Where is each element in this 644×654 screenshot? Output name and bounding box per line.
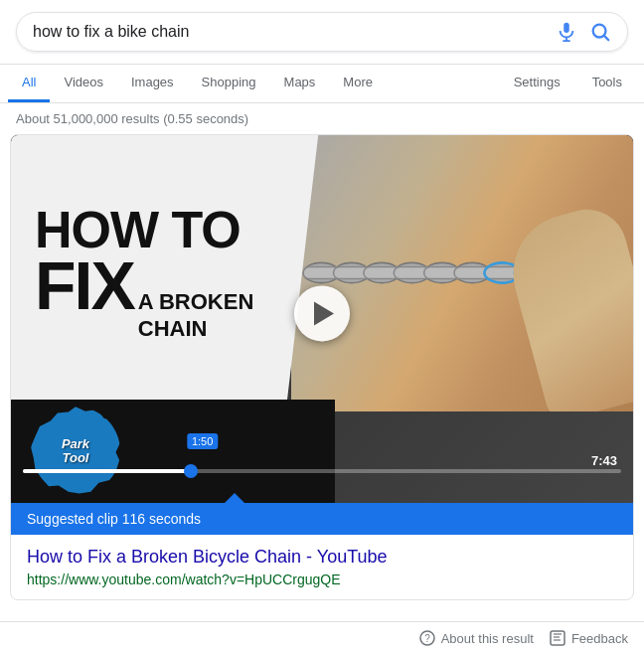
progress-fill — [23, 469, 191, 473]
nav-tabs: All Videos Images Shopping Maps More Set… — [0, 65, 644, 103]
video-text-panel: HOW TO FIX A BROKEN CHAIN — [11, 135, 335, 411]
video-fix-text: FIX — [35, 255, 134, 316]
search-icon[interactable] — [589, 21, 611, 43]
results-summary: About 51,000,000 results (0.55 seconds) — [0, 103, 644, 134]
nav-right: Settings Tools — [500, 65, 636, 102]
play-button[interactable] — [294, 285, 350, 341]
result-title[interactable]: How to Fix a Broken Bicycle Chain - YouT… — [27, 547, 617, 568]
clip-pointer — [223, 493, 246, 505]
search-input[interactable]: how to fix a bike chain — [33, 23, 556, 41]
search-icons — [556, 21, 611, 43]
video-background: HOW TO FIX A BROKEN CHAIN ParkTool — [11, 135, 633, 503]
video-broken-text: A BROKEN — [138, 289, 254, 315]
tab-all[interactable]: All — [8, 65, 50, 102]
search-bar: how to fix a bike chain — [16, 12, 628, 52]
svg-text:?: ? — [424, 633, 430, 644]
about-result-label: About this result — [441, 631, 534, 646]
hand-background — [291, 135, 633, 411]
progress-bar[interactable] — [23, 469, 621, 473]
svg-line-5 — [604, 36, 608, 40]
svg-rect-41 — [551, 631, 564, 645]
search-bar-container: how to fix a bike chain — [0, 0, 644, 65]
tab-shopping[interactable]: Shopping — [188, 65, 270, 102]
mic-icon[interactable] — [556, 21, 577, 43]
tab-tools[interactable]: Tools — [578, 65, 636, 102]
flag-icon — [550, 630, 565, 646]
result-info: How to Fix a Broken Bicycle Chain - YouT… — [11, 535, 633, 599]
feedback-button[interactable]: Feedback — [550, 630, 628, 646]
duration-badge: 7:43 — [591, 453, 617, 468]
tab-settings[interactable]: Settings — [500, 65, 574, 102]
video-thumbnail[interactable]: HOW TO FIX A BROKEN CHAIN ParkTool — [11, 135, 633, 503]
video-card: HOW TO FIX A BROKEN CHAIN ParkTool — [10, 134, 634, 600]
video-chain-text: CHAIN — [138, 316, 254, 342]
video-progress-area[interactable]: 1:50 7:43 — [11, 469, 633, 473]
tab-maps[interactable]: Maps — [270, 65, 330, 102]
progress-thumb[interactable] — [184, 464, 198, 478]
tab-videos[interactable]: Videos — [50, 65, 117, 102]
question-icon: ? — [419, 630, 435, 646]
parktool-badge: ParkTool — [31, 407, 120, 496]
footer-bar: ? About this result Feedback — [0, 621, 644, 654]
feedback-label: Feedback — [571, 631, 628, 646]
tab-images[interactable]: Images — [117, 65, 188, 102]
suggested-clip-container: Suggested clip 116 seconds — [11, 503, 633, 535]
result-url[interactable]: https://www.youtube.com/watch?v=HpUCCrgu… — [27, 572, 617, 587]
suggested-clip-bar: Suggested clip 116 seconds — [11, 503, 633, 535]
svg-rect-0 — [564, 23, 569, 33]
time-badge: 1:50 — [187, 433, 218, 449]
parktool-area: ParkTool — [11, 400, 335, 503]
about-result-button[interactable]: ? About this result — [419, 630, 534, 646]
tab-more[interactable]: More — [329, 65, 387, 102]
play-icon — [314, 301, 334, 325]
